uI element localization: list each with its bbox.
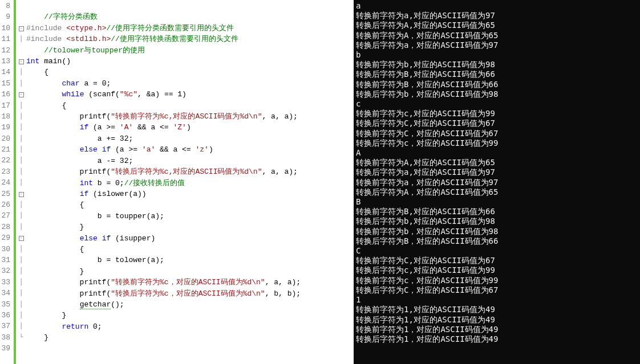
code-line[interactable]: printf("转换后字符为%c，对应的ASCII码值为%d\n", b, b)… xyxy=(26,288,354,299)
code-line[interactable]: return 0; xyxy=(26,321,354,332)
fold-marker: │ xyxy=(16,288,26,298)
line-number: 35 xyxy=(0,299,10,310)
code-line[interactable]: { xyxy=(26,100,354,111)
fold-marker: │ xyxy=(16,122,26,133)
fold-marker: │ xyxy=(16,111,26,122)
code-line[interactable]: //tolower与toupper的使用 xyxy=(26,45,354,56)
code-line[interactable]: else if (isupper) xyxy=(26,233,354,244)
code-line[interactable]: #include <stdlib.h>//使用字符转换函数需要引用的头文件 xyxy=(26,34,354,44)
line-number: 23 xyxy=(0,166,10,177)
code-line[interactable]: printf("转换前字符为%c，对应的ASCII码值为%d\n", a, a)… xyxy=(26,277,354,288)
fold-marker: │ xyxy=(16,255,26,265)
line-number: 38 xyxy=(0,332,10,343)
fold-marker[interactable]: - xyxy=(16,23,26,34)
line-number: 36 xyxy=(0,310,10,321)
fold-marker: │ xyxy=(16,133,26,144)
line-number-gutter: 8910111213141516171819202122232425262728… xyxy=(0,0,16,364)
code-line[interactable]: { xyxy=(26,244,354,255)
fold-marker: │ xyxy=(16,199,26,210)
line-number: 15 xyxy=(0,78,10,89)
fold-marker: │ xyxy=(16,34,26,44)
code-line[interactable]: int main() xyxy=(26,56,354,67)
code-line[interactable]: { xyxy=(26,67,354,77)
line-number: 26 xyxy=(0,199,10,210)
code-line[interactable] xyxy=(26,343,354,354)
line-number: 30 xyxy=(0,244,10,255)
code-line[interactable]: b = toupper(a); xyxy=(26,211,354,222)
fold-marker: │ xyxy=(16,321,26,332)
code-line[interactable]: printf("转换后字符为%c,对应的ASCII码值为%d\n", a, a)… xyxy=(26,166,354,177)
code-line[interactable]: a -= 32; xyxy=(26,156,354,166)
line-number: 9 xyxy=(0,11,10,22)
line-number: 12 xyxy=(0,45,10,56)
line-number: 19 xyxy=(0,122,10,133)
code-line[interactable]: char a = 0; xyxy=(26,78,354,89)
fold-marker[interactable]: - xyxy=(16,232,26,243)
line-number: 21 xyxy=(0,144,10,155)
fold-marker: │ xyxy=(16,67,26,77)
fold-marker: │ xyxy=(16,299,26,310)
line-number: 16 xyxy=(0,89,10,100)
fold-marker: │ xyxy=(16,310,26,321)
line-number: 39 xyxy=(0,343,10,354)
fold-marker[interactable]: - xyxy=(16,89,26,100)
line-number: 31 xyxy=(0,255,10,265)
code-line[interactable]: b = tolower(a); xyxy=(26,255,354,265)
code-line[interactable]: #include <ctype.h>//使用字符分类函数需要引用的头文件 xyxy=(26,23,354,34)
code-line[interactable]: a += 32; xyxy=(26,133,354,144)
fold-marker: │ xyxy=(16,144,26,155)
fold-marker: └ xyxy=(16,332,26,343)
code-line[interactable]: getchar(); xyxy=(26,299,354,310)
fold-marker xyxy=(16,343,26,354)
code-line[interactable]: while (scanf("%c", &a) == 1) xyxy=(26,89,354,100)
line-number: 32 xyxy=(0,265,10,276)
line-number: 34 xyxy=(0,288,10,298)
code-area[interactable]: //字符分类函数#include <ctype.h>//使用字符分类函数需要引用… xyxy=(26,0,354,364)
line-number: 29 xyxy=(0,232,10,243)
fold-marker[interactable]: - xyxy=(16,56,26,67)
code-line[interactable]: int b = 0;//接收转换后的值 xyxy=(26,178,354,189)
fold-marker: │ xyxy=(16,78,26,89)
line-number: 14 xyxy=(0,67,10,77)
line-number: 22 xyxy=(0,155,10,166)
line-number: 27 xyxy=(0,210,10,221)
fold-marker: │ xyxy=(16,277,26,288)
fold-marker xyxy=(16,11,26,22)
fold-marker[interactable]: - xyxy=(16,189,26,199)
fold-marker: │ xyxy=(16,210,26,221)
line-number: 13 xyxy=(0,56,10,67)
fold-marker: │ xyxy=(16,265,26,276)
code-line[interactable]: if (islower(a)) xyxy=(26,189,354,199)
fold-marker xyxy=(16,45,26,56)
line-number: 28 xyxy=(0,222,10,232)
line-number: 10 xyxy=(0,23,10,34)
fold-marker: │ xyxy=(16,166,26,177)
line-number: 17 xyxy=(0,100,10,111)
code-line[interactable]: printf("转换前字符为%c,对应的ASCII码值为%d\n", a, a)… xyxy=(26,111,354,122)
code-editor-pane[interactable]: 8910111213141516171819202122232425262728… xyxy=(0,0,354,364)
code-line[interactable] xyxy=(26,1,354,11)
line-number: 8 xyxy=(0,1,10,11)
line-number: 25 xyxy=(0,189,10,199)
line-number: 33 xyxy=(0,277,10,288)
fold-marker xyxy=(16,1,26,11)
line-number: 37 xyxy=(0,321,10,332)
fold-gutter[interactable]: -│-││-││││││││-│││-││││││││└ xyxy=(16,0,26,364)
code-line[interactable]: } xyxy=(26,310,354,321)
code-line[interactable]: } xyxy=(26,332,354,343)
code-line[interactable]: } xyxy=(26,222,354,232)
code-line[interactable]: if (a >= 'A' && a <= 'Z') xyxy=(26,122,354,133)
fold-marker: │ xyxy=(16,244,26,255)
code-line[interactable]: else if (a >= 'a' && a <= 'z') xyxy=(26,144,354,155)
console-output-pane[interactable]: a 转换前字符为a,对应的ASCII码值为97 转换后字符为A,对应的ASCII… xyxy=(354,0,640,364)
line-number: 11 xyxy=(0,34,10,44)
code-line[interactable]: } xyxy=(26,266,354,277)
code-line[interactable]: //字符分类函数 xyxy=(26,11,354,22)
code-line[interactable]: { xyxy=(26,199,354,210)
line-number: 24 xyxy=(0,177,10,188)
fold-marker: │ xyxy=(16,222,26,232)
fold-marker: │ xyxy=(16,155,26,166)
line-number: 18 xyxy=(0,111,10,122)
fold-marker: │ xyxy=(16,100,26,111)
fold-marker: │ xyxy=(16,177,26,188)
